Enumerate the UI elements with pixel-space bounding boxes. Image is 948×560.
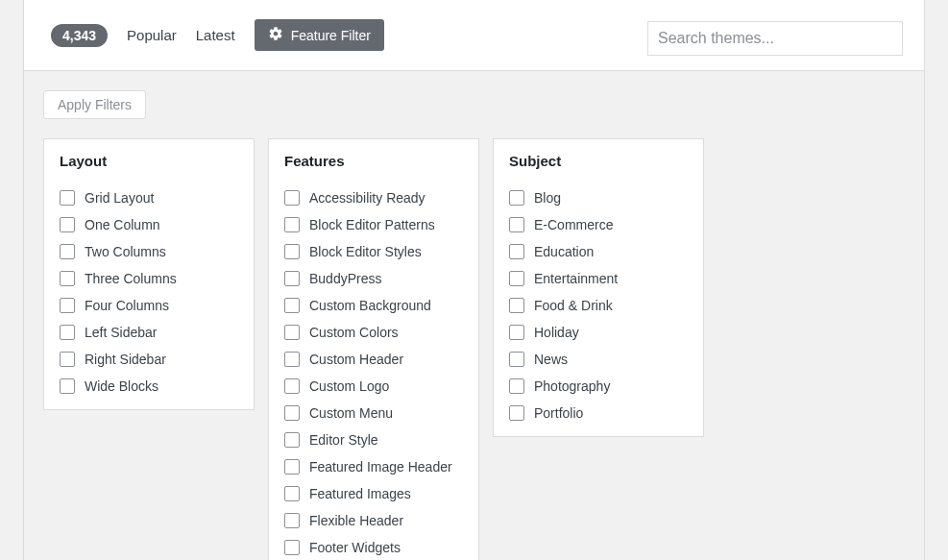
checkbox-icon: [509, 352, 524, 367]
filter-checkbox-item[interactable]: Grid Layout: [60, 190, 238, 206]
filter-checkbox-item[interactable]: Photography: [509, 378, 688, 394]
checkbox-icon: [284, 217, 300, 232]
group-title-features: Features: [284, 153, 463, 169]
filter-label: One Column: [85, 217, 160, 232]
apply-filters-button[interactable]: Apply Filters: [43, 90, 146, 119]
filter-label: Block Editor Patterns: [309, 217, 435, 232]
filter-body: Apply Filters Layout Grid Layout One Col…: [23, 71, 925, 560]
checkbox-icon: [284, 513, 300, 528]
checkbox-icon: [509, 217, 524, 232]
filter-bar: 4,343 Popular Latest Feature Filter: [24, 0, 924, 70]
checkbox-icon: [284, 459, 300, 475]
theme-count-badge: 4,343: [51, 24, 108, 47]
checkbox-icon: [509, 190, 524, 206]
filter-group-subject: Subject Blog E-Commerce Education Entert…: [493, 138, 704, 437]
checkbox-icon: [284, 486, 300, 501]
filter-label: Custom Colors: [309, 325, 399, 340]
filter-checkbox-item[interactable]: Custom Menu: [284, 405, 463, 421]
filter-label: Left Sidebar: [85, 325, 158, 340]
filter-columns: Layout Grid Layout One Column Two Column…: [43, 138, 905, 560]
feature-filter-button[interactable]: Feature Filter: [255, 19, 384, 51]
filter-checkbox-item[interactable]: Two Columns: [60, 244, 238, 259]
filter-label: E-Commerce: [534, 217, 613, 232]
filter-label: BuddyPress: [309, 271, 381, 286]
checkbox-icon: [509, 405, 524, 421]
filter-checkbox-item[interactable]: Holiday: [509, 325, 688, 340]
filter-checkbox-item[interactable]: Featured Image Header: [284, 459, 463, 475]
filter-label: Blog: [534, 190, 561, 206]
filter-checkbox-item[interactable]: Custom Background: [284, 298, 463, 313]
filter-checkbox-item[interactable]: Portfolio: [509, 405, 688, 421]
checkbox-icon: [60, 378, 75, 394]
filter-label: Custom Header: [309, 352, 403, 367]
filter-label: Photography: [534, 378, 610, 394]
filter-label: Wide Blocks: [85, 378, 158, 394]
checkbox-icon: [284, 325, 300, 340]
filter-checkbox-item[interactable]: Right Sidebar: [60, 352, 238, 367]
gear-icon: [268, 26, 283, 44]
filter-checkbox-item[interactable]: Block Editor Styles: [284, 244, 463, 259]
group-title-layout: Layout: [60, 153, 238, 169]
filter-label: Portfolio: [534, 405, 583, 421]
filter-checkbox-item[interactable]: Education: [509, 244, 688, 259]
filter-checkbox-item[interactable]: Footer Widgets: [284, 540, 463, 555]
filter-checkbox-item[interactable]: Three Columns: [60, 271, 238, 286]
checkbox-icon: [60, 190, 75, 206]
checkbox-icon: [60, 271, 75, 286]
filter-label: Accessibility Ready: [309, 190, 425, 206]
checkbox-icon: [509, 378, 524, 394]
tab-popular[interactable]: Popular: [127, 27, 177, 43]
checkbox-icon: [60, 352, 75, 367]
filter-checkbox-item[interactable]: Blog: [509, 190, 688, 206]
checkbox-icon: [284, 298, 300, 313]
checkbox-icon: [284, 378, 300, 394]
checkbox-icon: [60, 244, 75, 259]
filter-label: Editor Style: [309, 432, 378, 448]
checkbox-icon: [60, 298, 75, 313]
filter-label: Block Editor Styles: [309, 244, 422, 259]
feature-filter-label: Feature Filter: [291, 28, 371, 43]
filter-label: Custom Background: [309, 298, 431, 313]
theme-browser-header: 4,343 Popular Latest Feature Filter: [23, 0, 925, 71]
search-container: [647, 21, 903, 56]
checkbox-icon: [284, 352, 300, 367]
filter-label: Entertainment: [534, 271, 618, 286]
filter-label: Flexible Header: [309, 513, 403, 528]
checkbox-icon: [60, 217, 75, 232]
filter-checkbox-item[interactable]: Left Sidebar: [60, 325, 238, 340]
filter-checkbox-item[interactable]: E-Commerce: [509, 217, 688, 232]
filter-checkbox-item[interactable]: Wide Blocks: [60, 378, 238, 394]
checkbox-icon: [284, 190, 300, 206]
checkbox-icon: [284, 405, 300, 421]
filter-checkbox-item[interactable]: Custom Logo: [284, 378, 463, 394]
filter-label: Right Sidebar: [85, 352, 166, 367]
tab-latest[interactable]: Latest: [196, 27, 235, 43]
checkbox-icon: [284, 244, 300, 259]
filter-checkbox-item[interactable]: Entertainment: [509, 271, 688, 286]
checkbox-icon: [509, 271, 524, 286]
filter-checkbox-item[interactable]: Food & Drink: [509, 298, 688, 313]
search-input[interactable]: [647, 21, 903, 56]
filter-label: Four Columns: [85, 298, 169, 313]
filter-checkbox-item[interactable]: Featured Images: [284, 486, 463, 501]
filter-label: Grid Layout: [85, 190, 154, 206]
filter-checkbox-item[interactable]: Accessibility Ready: [284, 190, 463, 206]
filter-checkbox-item[interactable]: Four Columns: [60, 298, 238, 313]
filter-checkbox-item[interactable]: News: [509, 352, 688, 367]
filter-checkbox-item[interactable]: BuddyPress: [284, 271, 463, 286]
filter-checkbox-item[interactable]: Block Editor Patterns: [284, 217, 463, 232]
filter-checkbox-item[interactable]: Custom Colors: [284, 325, 463, 340]
filter-label: News: [534, 352, 568, 367]
checkbox-icon: [60, 325, 75, 340]
filter-checkbox-item[interactable]: Custom Header: [284, 352, 463, 367]
filter-checkbox-item[interactable]: Editor Style: [284, 432, 463, 448]
filter-group-layout: Layout Grid Layout One Column Two Column…: [43, 138, 255, 410]
filter-label: Custom Menu: [309, 405, 393, 421]
checkbox-icon: [509, 244, 524, 259]
filter-label: Education: [534, 244, 594, 259]
filter-checkbox-item[interactable]: Flexible Header: [284, 513, 463, 528]
filter-label: Featured Image Header: [309, 459, 452, 475]
filter-label: Custom Logo: [309, 378, 389, 394]
filter-checkbox-item[interactable]: One Column: [60, 217, 238, 232]
filter-label: Footer Widgets: [309, 540, 401, 555]
